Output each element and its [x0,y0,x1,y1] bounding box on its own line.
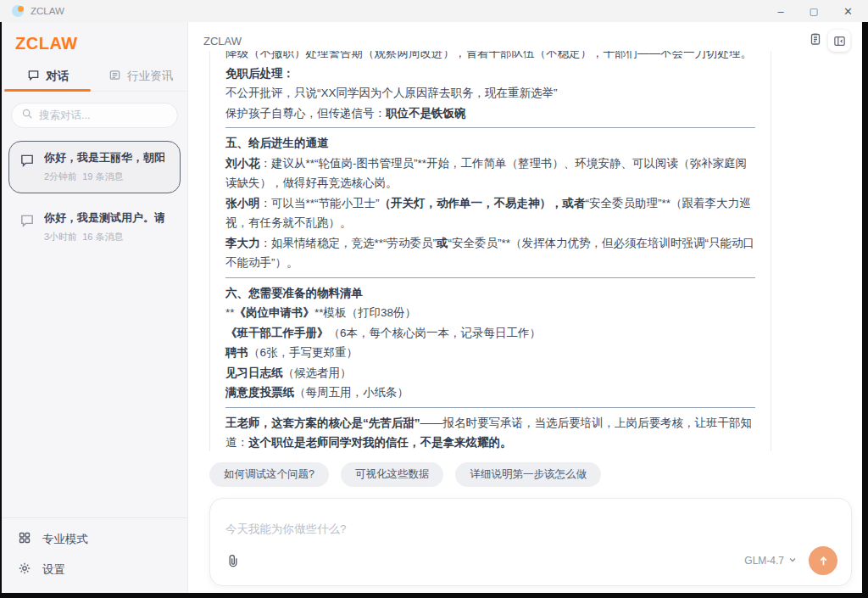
conversation-meta: 3小时前 16 条消息 [44,231,164,243]
clipboard-icon[interactable] [809,32,822,49]
message-line: 刘小花：建议从**“轮值岗-图书管理员”**开始，工作简单（整理书）、环境安静、… [225,154,755,193]
search-icon [21,108,33,123]
suggestion-chip[interactable]: 详细说明第一步该怎么做 [455,462,601,487]
conversation-title: 你好，我是测试用户。请确... [44,210,164,226]
message-line: 满意度投票纸（每周五用，小纸条） [225,383,755,403]
minimize-button[interactable]: – [777,6,783,17]
conversation-header-title: ZCLAW [203,35,242,48]
message-line: 李大力：如果情绪稳定，竞选**“劳动委员”或“安全委员”**（发挥体力优势，但必… [225,233,755,273]
divider [225,127,755,128]
chevron-down-icon [788,555,797,567]
close-button[interactable]: ✕ [843,6,853,17]
sidebar-tabs: 对话 行业资讯 [2,62,187,92]
conversation-list: 你好，我是王丽华，朝阳区... 2分钟前 19 条消息 你好，我是测试用户。请确… [2,133,187,261]
message-body: 降级（不撤职）处理警告期（观察两周改进），冒着干部队伍（不稳定），干部们——不会… [225,51,755,451]
divider [225,407,755,408]
model-selector[interactable]: GLM-4.7 [744,555,797,567]
pro-mode-button[interactable]: 专业模式 [18,531,171,547]
divider [225,277,755,278]
message-line: 王老师，这套方案的核心是“先苦后甜”——报名时要写承诺，当选后要培训，上岗后要考… [225,413,755,452]
chat-bubble-icon [19,153,35,183]
message-line: 六、您需要准备的物料清单 [225,283,755,304]
gear-icon [18,562,31,578]
sidebar-footer: 专业模式 设置 [2,517,187,593]
model-label: GLM-4.7 [744,555,784,567]
main-header: ZCLAW [188,22,862,51]
suggestion-chips: 如何调试这个问题? 可视化这些数据 详细说明第一步该怎么做 [209,462,862,487]
main-area: ZCLAW 降级（不撤职）处理警告期（观察两周改进），冒着干部队伍（不稳定），干… [188,22,862,593]
panel-toggle-button[interactable] [828,30,850,52]
message-line: 保护孩子自尊心，但传递信号：职位不是铁饭碗 [225,103,755,124]
settings-button[interactable]: 设置 [18,562,171,578]
tab-industry-news[interactable]: 行业资讯 [95,62,188,91]
app-logo-icon [12,5,24,17]
composer: GLM-4.7 [209,498,852,586]
message-line: **《岗位申请书》**模板（打印38份） [225,303,755,323]
message-line: 见习日志纸（候选者用） [225,363,755,383]
tab-chat-label: 对话 [46,69,69,84]
chat-bubble-icon [19,213,35,243]
message-line: 聘书（6张，手写更郑重） [225,343,755,363]
message-line: 免职后处理： [225,64,755,84]
conversation-item[interactable]: 你好，我是测试用户。请确... 3小时前 16 条消息 [8,201,181,254]
conversation-title: 你好，我是王丽华，朝阳区... [44,150,164,165]
brand-logo: ZCLAW [2,22,187,62]
tab-chat[interactable]: 对话 [2,62,95,91]
chat-bubble-icon [27,69,40,84]
titlebar-app-name: ZCLAW [31,6,64,16]
message-line: 《班干部工作手册》（6本，每个核心岗一本，记录每日工作） [225,323,755,344]
app-window: ZCLAW – ▢ ✕ ZCLAW 对话 [0,0,868,598]
conversation-meta: 2分钟前 19 条消息 [44,170,164,183]
tab-industry-news-label: 行业资讯 [127,69,173,84]
message-line: 五、给后进生的通道 [225,133,755,154]
assistant-message: 降级（不撤职）处理警告期（观察两周改进），冒着干部队伍（不稳定），干部们——不会… [209,51,771,451]
maximize-button[interactable]: ▢ [810,7,818,16]
attachment-icon[interactable] [225,553,242,569]
message-line: 张小明：可以当**“节能小卫士”（开关灯，动作单一，不易走神），或者“安全委员助… [225,193,755,233]
titlebar: ZCLAW – ▢ ✕ [0,0,868,22]
search-box[interactable] [11,103,178,128]
settings-label: 设置 [42,562,65,578]
message-line: 降级（不撤职）处理警告期（观察两周改进），冒着干部队伍（不稳定），干部们——不会… [225,51,755,64]
suggestion-chip[interactable]: 如何调试这个问题? [209,462,329,487]
conversation-item[interactable]: 你好，我是王丽华，朝阳区... 2分钟前 19 条消息 [8,141,181,193]
grid-icon [18,531,31,547]
sidebar-spacer [2,261,187,517]
sidebar: ZCLAW 对话 行业资讯 [2,22,188,593]
send-button[interactable] [809,546,837,575]
message-line: 不公开批评，只说“XX同学因为个人原因辞去职务，现在重新选举” [225,83,755,103]
pro-mode-label: 专业模式 [42,532,88,547]
search-input[interactable] [39,109,168,121]
news-icon [108,69,121,84]
message-input[interactable] [225,511,837,546]
suggestion-chip[interactable]: 可视化这些数据 [341,462,444,487]
message-scroll-area[interactable]: 降级（不撤职）处理警告期（观察两周改进），冒着干部队伍（不稳定），干部们——不会… [188,51,862,451]
